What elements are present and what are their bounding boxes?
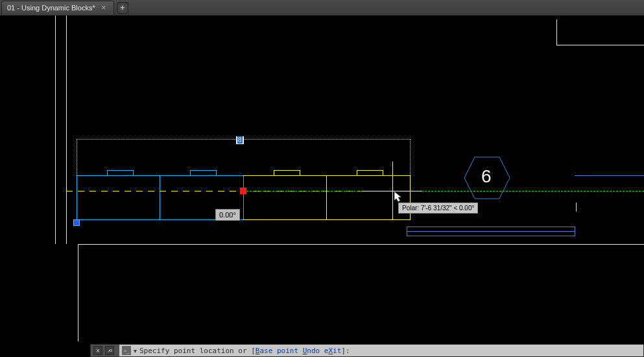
command-config-icon[interactable] [105, 346, 114, 355]
angle-value: 0.00° [219, 211, 236, 219]
viewport-edge [55, 16, 56, 244]
wrench-icon [106, 347, 113, 354]
drag-preview-edge [243, 219, 411, 220]
tab-bar: 01 - Using Dynamic Blocks* × + [0, 0, 644, 16]
block-edge [243, 175, 244, 219]
angle-readout: 0.00° [215, 209, 240, 221]
document-tab[interactable]: 01 - Using Dynamic Blocks* × [1, 1, 114, 15]
block-edge [190, 170, 216, 171]
viewport-edge [556, 19, 557, 45]
command-text: Specify point location or [Base point Un… [139, 347, 350, 355]
close-icon[interactable]: × [99, 3, 108, 12]
polar-tracking-line [243, 191, 644, 191]
drag-preview-edge [274, 170, 274, 175]
command-prompt-icon: >_ [122, 346, 131, 355]
viewport-edge [78, 244, 644, 245]
block-edge [77, 175, 244, 176]
crosshair-h [363, 191, 422, 191]
block-edge [77, 175, 77, 219]
block-edge [407, 227, 575, 227]
drag-preview-edge [300, 170, 300, 175]
chevron-down-icon[interactable]: ▾ [134, 347, 137, 354]
cursor-arrow-icon [394, 191, 403, 203]
base-point-marker [240, 188, 246, 194]
polar-tooltip: Polar: 7'-6 31/32" < 0.00° [398, 203, 478, 214]
polar-tooltip-text: Polar: 7'-6 31/32" < 0.00° [402, 204, 474, 212]
model-space[interactable]: 8 0.00° Polar: 7'-6 31/32" < 0.00° 6 × >… [0, 16, 644, 341]
block-edge [107, 170, 133, 171]
block-edge [407, 236, 575, 236]
block-edge [190, 170, 191, 175]
block-edge [107, 170, 108, 175]
drag-preview-edge [357, 170, 357, 175]
block-edge [407, 231, 575, 232]
viewport-edge [556, 45, 644, 45]
text-cursor [576, 203, 577, 212]
block-edge [133, 170, 134, 175]
block-edge [575, 175, 644, 176]
dynamic-input-value[interactable]: 8 [236, 136, 244, 144]
drag-preview-edge [243, 175, 411, 176]
drag-preview-edge [274, 170, 300, 171]
grip[interactable] [73, 219, 80, 226]
block-edge [160, 175, 160, 219]
block-edge [216, 170, 217, 175]
command-close-icon[interactable]: × [93, 346, 102, 355]
drag-preview-edge [357, 170, 383, 171]
drag-preview-edge [326, 175, 327, 219]
new-tab-button[interactable]: + [117, 2, 128, 14]
command-input[interactable]: >_ ▾ Specify point location or [Base poi… [119, 345, 643, 356]
viewport-edge [66, 16, 67, 244]
drag-preview-edge [383, 170, 383, 175]
dynamic-input-text: 8 [237, 136, 243, 143]
command-line[interactable]: × >_ ▾ Specify point location or [Base p… [90, 344, 644, 357]
block-edge [575, 227, 575, 236]
detail-marker-number: 6 [481, 166, 492, 187]
block-edge [407, 227, 407, 236]
viewport-edge [78, 244, 78, 341]
tab-title: 01 - Using Dynamic Blocks* [7, 4, 95, 12]
